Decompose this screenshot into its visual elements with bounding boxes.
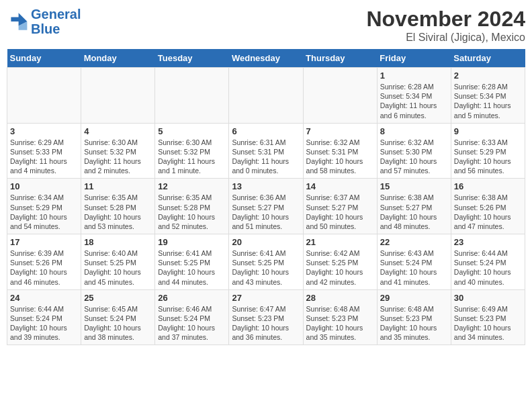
day-number: 26 [158,293,226,303]
calendar-cell: 14Sunrise: 6:37 AM Sunset: 5:27 PM Dayli… [303,179,377,234]
header-monday: Monday [81,49,155,68]
calendar-cell [303,68,377,124]
calendar-cell: 3Sunrise: 6:29 AM Sunset: 5:33 PM Daylig… [7,123,81,179]
day-number: 6 [232,126,300,136]
page-title: November 2024 [366,7,525,32]
logo: General Blue [7,7,81,36]
day-number: 24 [10,293,78,303]
day-info: Sunrise: 6:45 AM Sunset: 5:24 PM Dayligh… [84,304,152,342]
day-number: 30 [454,293,522,303]
day-number: 11 [84,181,152,191]
day-number: 20 [232,237,300,247]
day-info: Sunrise: 6:38 AM Sunset: 5:27 PM Dayligh… [380,193,448,231]
day-info: Sunrise: 6:36 AM Sunset: 5:27 PM Dayligh… [232,193,300,231]
calendar-cell: 28Sunrise: 6:48 AM Sunset: 5:23 PM Dayli… [303,289,377,345]
day-info: Sunrise: 6:30 AM Sunset: 5:32 PM Dayligh… [158,138,226,176]
calendar-cell: 12Sunrise: 6:35 AM Sunset: 5:28 PM Dayli… [155,179,229,234]
calendar-cell: 6Sunrise: 6:31 AM Sunset: 5:31 PM Daylig… [229,123,303,179]
page-header: General Blue November 2024 El Siviral (J… [7,7,525,44]
calendar-cell: 19Sunrise: 6:41 AM Sunset: 5:25 PM Dayli… [155,234,229,290]
calendar-cell: 11Sunrise: 6:35 AM Sunset: 5:28 PM Dayli… [81,179,155,234]
calendar-cell: 10Sunrise: 6:34 AM Sunset: 5:29 PM Dayli… [7,179,81,234]
calendar-cell [229,68,303,124]
logo-text: General Blue [31,7,81,36]
day-info: Sunrise: 6:33 AM Sunset: 5:29 PM Dayligh… [454,138,522,176]
calendar-week-row: 17Sunrise: 6:39 AM Sunset: 5:26 PM Dayli… [7,234,525,290]
day-number: 5 [158,126,226,136]
header-thursday: Thursday [303,49,377,68]
day-info: Sunrise: 6:29 AM Sunset: 5:33 PM Dayligh… [10,138,78,176]
day-number: 16 [454,181,522,191]
header-wednesday: Wednesday [229,49,303,68]
day-number: 12 [158,181,226,191]
day-info: Sunrise: 6:37 AM Sunset: 5:27 PM Dayligh… [306,193,374,231]
calendar-cell: 26Sunrise: 6:46 AM Sunset: 5:24 PM Dayli… [155,289,229,345]
day-number: 10 [10,181,78,191]
calendar-cell: 8Sunrise: 6:32 AM Sunset: 5:30 PM Daylig… [377,123,451,179]
calendar-cell [81,68,155,124]
calendar-cell: 21Sunrise: 6:42 AM Sunset: 5:25 PM Dayli… [303,234,377,290]
day-info: Sunrise: 6:41 AM Sunset: 5:25 PM Dayligh… [232,248,300,287]
logo-line2: Blue [31,21,60,36]
day-info: Sunrise: 6:48 AM Sunset: 5:23 PM Dayligh… [380,304,448,342]
calendar-week-row: 1Sunrise: 6:28 AM Sunset: 5:34 PM Daylig… [7,68,525,124]
day-info: Sunrise: 6:31 AM Sunset: 5:31 PM Dayligh… [232,138,300,176]
day-info: Sunrise: 6:46 AM Sunset: 5:24 PM Dayligh… [158,304,226,342]
day-info: Sunrise: 6:42 AM Sunset: 5:25 PM Dayligh… [306,248,374,287]
day-number: 21 [306,237,374,247]
day-info: Sunrise: 6:30 AM Sunset: 5:32 PM Dayligh… [84,138,152,176]
day-info: Sunrise: 6:35 AM Sunset: 5:28 PM Dayligh… [84,193,152,231]
day-number: 14 [306,181,374,191]
calendar-cell: 27Sunrise: 6:47 AM Sunset: 5:23 PM Dayli… [229,289,303,345]
day-number: 8 [380,126,448,136]
calendar-cell: 13Sunrise: 6:36 AM Sunset: 5:27 PM Dayli… [229,179,303,234]
calendar-cell [7,68,81,124]
day-number: 18 [84,237,152,247]
calendar-cell: 1Sunrise: 6:28 AM Sunset: 5:34 PM Daylig… [377,68,451,124]
day-number: 7 [306,126,374,136]
day-info: Sunrise: 6:48 AM Sunset: 5:23 PM Dayligh… [306,304,374,342]
calendar-cell [155,68,229,124]
calendar-week-row: 3Sunrise: 6:29 AM Sunset: 5:33 PM Daylig… [7,123,525,179]
day-info: Sunrise: 6:28 AM Sunset: 5:34 PM Dayligh… [454,82,522,120]
calendar-week-row: 10Sunrise: 6:34 AM Sunset: 5:29 PM Dayli… [7,179,525,234]
header-friday: Friday [377,49,451,68]
calendar-cell: 4Sunrise: 6:30 AM Sunset: 5:32 PM Daylig… [81,123,155,179]
day-number: 13 [232,181,300,191]
day-info: Sunrise: 6:38 AM Sunset: 5:26 PM Dayligh… [454,193,522,231]
day-info: Sunrise: 6:39 AM Sunset: 5:26 PM Dayligh… [10,248,78,287]
calendar-table: SundayMondayTuesdayWednesdayThursdayFrid… [7,49,525,345]
header-saturday: Saturday [451,49,525,68]
day-number: 28 [306,293,374,303]
logo-line1: General [31,7,81,21]
calendar-cell: 17Sunrise: 6:39 AM Sunset: 5:26 PM Dayli… [7,234,81,290]
calendar-cell: 5Sunrise: 6:30 AM Sunset: 5:32 PM Daylig… [155,123,229,179]
calendar-cell: 16Sunrise: 6:38 AM Sunset: 5:26 PM Dayli… [451,179,525,234]
day-info: Sunrise: 6:44 AM Sunset: 5:24 PM Dayligh… [454,248,522,287]
day-number: 19 [158,237,226,247]
day-info: Sunrise: 6:32 AM Sunset: 5:30 PM Dayligh… [380,138,448,176]
day-info: Sunrise: 6:49 AM Sunset: 5:23 PM Dayligh… [454,304,522,342]
day-number: 3 [10,126,78,136]
day-number: 15 [380,181,448,191]
calendar-week-row: 24Sunrise: 6:44 AM Sunset: 5:24 PM Dayli… [7,289,525,345]
calendar-cell: 9Sunrise: 6:33 AM Sunset: 5:29 PM Daylig… [451,123,525,179]
header-sunday: Sunday [7,49,81,68]
day-number: 27 [232,293,300,303]
day-number: 22 [380,237,448,247]
day-info: Sunrise: 6:41 AM Sunset: 5:25 PM Dayligh… [158,248,226,287]
calendar-cell: 29Sunrise: 6:48 AM Sunset: 5:23 PM Dayli… [377,289,451,345]
day-number: 4 [84,126,152,136]
day-number: 9 [454,126,522,136]
day-info: Sunrise: 6:44 AM Sunset: 5:24 PM Dayligh… [10,304,78,342]
calendar-cell: 23Sunrise: 6:44 AM Sunset: 5:24 PM Dayli… [451,234,525,290]
calendar-header-row: SundayMondayTuesdayWednesdayThursdayFrid… [7,49,525,68]
calendar-cell: 24Sunrise: 6:44 AM Sunset: 5:24 PM Dayli… [7,289,81,345]
day-info: Sunrise: 6:32 AM Sunset: 5:31 PM Dayligh… [306,138,374,176]
day-number: 25 [84,293,152,303]
day-number: 17 [10,237,78,247]
day-info: Sunrise: 6:35 AM Sunset: 5:28 PM Dayligh… [158,193,226,231]
calendar-cell: 2Sunrise: 6:28 AM Sunset: 5:34 PM Daylig… [451,68,525,124]
day-number: 1 [380,71,448,81]
day-number: 23 [454,237,522,247]
